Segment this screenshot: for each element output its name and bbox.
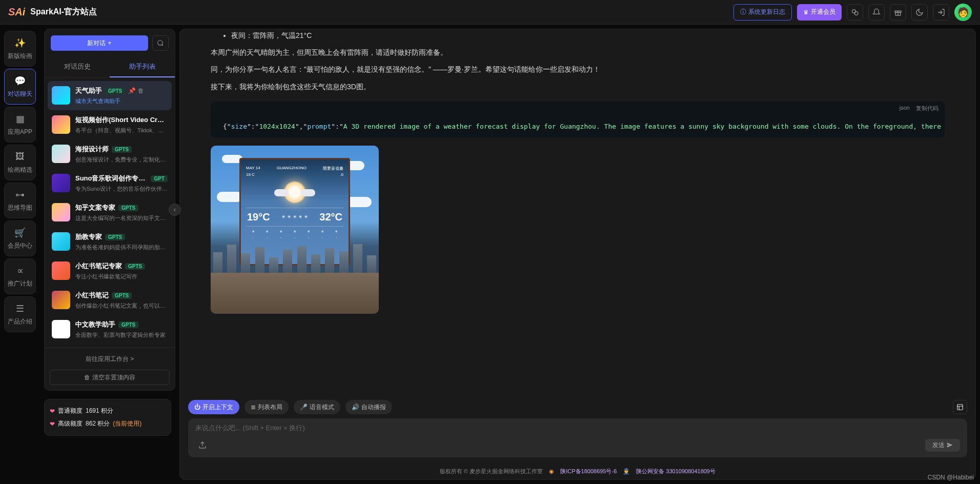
assistant-item[interactable]: 中文教学助手GPTS 全面数学、彩票与数字逻辑分析专家 <box>48 315 172 344</box>
assistant-item[interactable]: 知乎文案专家GPTS 这是大全编写的一名资深的知乎文案… <box>48 198 172 227</box>
app-title: SparkAI-官方站点 <box>30 7 97 17</box>
send-label: 发送 <box>932 441 945 450</box>
icp-link[interactable]: 陕ICP备18008695号-6 <box>560 468 617 475</box>
gpts-badge: GPTS <box>118 321 138 328</box>
collapse-sidebar-button[interactable]: ‹ <box>169 204 181 216</box>
assistant-item[interactable]: Suno音乐歌词创作专家v3.0GPT 专为Suno设计，您的音乐创作伙伴，… <box>48 169 172 198</box>
police-badge-icon: 👮 <box>623 468 630 475</box>
assistant-item[interactable]: 天气助手GPTS📌🗑 城市天气查询助手 <box>48 81 172 110</box>
copyright-text: 版权所有 © 麦步星火掘金网络科技工作室 <box>440 468 543 475</box>
assistant-avatar <box>52 203 70 221</box>
nav-label: 绘画精选 <box>8 166 32 174</box>
search-button[interactable] <box>152 35 169 51</box>
plus-icon: + <box>108 39 111 47</box>
assistant-item[interactable]: 胎教专家GPTS 为准爸爸准妈妈提供不同孕期的胎教… <box>48 227 172 256</box>
upload-button[interactable] <box>195 438 210 452</box>
assistant-avatar <box>52 174 70 192</box>
avatar[interactable]: 🧑 <box>954 4 972 21</box>
tab-history[interactable]: 对话历史 <box>45 57 110 77</box>
assistant-item[interactable]: 小红书笔记GPTS 创作爆款小红书笔记文案，也可以用… <box>48 286 172 315</box>
logo: SAi <box>8 6 25 18</box>
nav-item-chat[interactable]: 💬对话聊天 <box>4 69 36 105</box>
clear-pinned-button[interactable]: 🗑清空非置顶内容 <box>50 370 170 385</box>
assistant-name: 小红书笔记 <box>75 291 109 300</box>
clear-label: 清空非置顶内容 <box>92 373 135 382</box>
assistant-avatar <box>52 86 70 105</box>
assistant-avatar <box>52 261 70 280</box>
input-placeholder: 来说点什么吧... (Shift + Enter = 换行) <box>195 424 960 433</box>
quota-in-use: (当前使用) <box>113 419 141 428</box>
power-icon: ⏻ <box>194 404 200 411</box>
cart-icon: 🛒 <box>14 227 26 238</box>
opt-auto-toggle[interactable]: 🔊自动播报 <box>345 400 392 414</box>
gpts-badge: GPTS <box>105 88 125 94</box>
update-log-label: 系统更新日志 <box>748 8 785 16</box>
gpts-badge: GPTS <box>125 263 145 270</box>
gpts-badge: GPTS <box>112 292 132 299</box>
assistant-avatar <box>52 232 70 251</box>
topbar: SAi SparkAI-官方站点 ⓘ 系统更新日志 ♛ 开通会员 🧑 <box>0 0 980 25</box>
nav-item-draw[interactable]: ✨新版绘画 <box>4 31 36 67</box>
nav-item-apps[interactable]: ▦应用APP <box>4 107 36 143</box>
pin-icon[interactable]: 📌 <box>128 87 136 94</box>
nav-item-gallery[interactable]: 🖼绘画精选 <box>4 145 36 180</box>
update-log-button[interactable]: ⓘ 系统更新日志 <box>733 4 792 21</box>
layers-icon: ☰ <box>14 303 26 314</box>
chat-icon: 💬 <box>14 75 26 87</box>
quota-premium-value: 862 积分 <box>86 419 110 428</box>
theme-icon[interactable] <box>911 4 928 21</box>
premium-button[interactable]: ♛ 开通会员 <box>797 4 842 21</box>
assistant-item[interactable]: 短视频创作(Short Video Creati… 各平台（抖音、视频号、Tik… <box>48 110 172 139</box>
assistant-item[interactable]: 小红书笔记专家GPTS 专注小红书爆款笔记写作 <box>48 256 172 286</box>
code-lang-label: json <box>900 105 910 112</box>
gpts-badge: GPTS <box>118 205 138 211</box>
send-button[interactable]: 发送 <box>925 439 960 452</box>
assistant-desc: 专注小红书爆款笔记写作 <box>75 273 168 280</box>
assistant-desc: 创意海报设计，免费专业，定制化视… <box>75 156 168 164</box>
wechat-icon[interactable] <box>847 4 863 21</box>
gpts-badge: GPTS <box>105 234 125 240</box>
nav-item-member[interactable]: 🛒会员中心 <box>4 220 36 256</box>
opt-voice-toggle[interactable]: 🎤语音模式 <box>294 400 340 414</box>
chat-input[interactable]: 来说点什么吧... (Shift + Enter = 换行) 发送 <box>188 418 967 457</box>
goto-workbench-link[interactable]: 前往应用工作台 > <box>50 353 170 366</box>
delete-icon[interactable]: 🗑 <box>138 87 144 94</box>
quota-card: ❤普通额度1691 积分 ❤高级额度862 积分(当前使用) <box>44 399 171 436</box>
svg-point-1 <box>854 11 858 15</box>
nav-label: 思维导图 <box>8 204 32 212</box>
assistant-avatar <box>52 115 70 134</box>
new-chat-button[interactable]: 新对话+ <box>51 35 148 51</box>
nav-label: 推广计划 <box>8 279 32 288</box>
bell-icon[interactable] <box>868 4 885 21</box>
assistant-avatar <box>52 291 70 309</box>
code-block: json 复制代码 {"size":"1024x1024","prompt":"… <box>211 102 945 137</box>
opt-context-toggle[interactable]: ⏻开启上下文 <box>188 400 239 414</box>
police-link[interactable]: 陕公网安备 33010908041809号 <box>636 468 716 475</box>
nav-item-mindmap[interactable]: ⊶思维导图 <box>4 183 36 218</box>
assistant-desc: 全面数学、彩票与数字逻辑分析专家 <box>75 331 168 339</box>
nav-label: 应用APP <box>8 128 32 136</box>
crown-icon: ♛ <box>803 9 809 16</box>
assistant-desc: 创作爆款小红书笔记文案，也可以用… <box>75 302 168 310</box>
assistant-item[interactable]: 海报设计师GPTS 创意海报设计，免费专业，定制化视… <box>48 139 172 169</box>
generated-weather-image[interactable]: MAY 14GUANGZHONO限案蓝省趣 18 C.0 19°C☀☀☀☀☀32… <box>211 146 379 314</box>
nav-item-promo[interactable]: ∝推广计划 <box>4 258 36 294</box>
assistant-desc: 为准爸爸准妈妈提供不同孕期的胎教… <box>75 244 168 251</box>
opt-layout-toggle[interactable]: ≣列表布局 <box>244 400 289 414</box>
nav-label: 会员中心 <box>8 241 32 250</box>
premium-label: 开通会员 <box>811 8 835 16</box>
shield-icon: ◉ <box>549 468 554 475</box>
svg-point-4 <box>158 41 162 45</box>
heart-icon: ❤ <box>50 420 55 428</box>
copy-code-button[interactable]: 复制代码 <box>916 105 938 112</box>
logout-icon[interactable] <box>933 4 949 21</box>
tab-assistants[interactable]: 助手列表 <box>110 57 175 77</box>
new-chat-label: 新对话 <box>87 39 106 48</box>
settings-button[interactable] <box>953 400 967 414</box>
nav-item-about[interactable]: ☰产品介绍 <box>4 296 36 332</box>
gpts-badge: GPT <box>151 175 168 182</box>
gift-icon[interactable] <box>890 4 906 21</box>
assistant-name: 天气助手 <box>75 86 102 95</box>
code-body: {"size":"1024x1024","prompt":"A 3D rende… <box>211 115 945 137</box>
gpts-badge: GPTS <box>112 146 132 153</box>
